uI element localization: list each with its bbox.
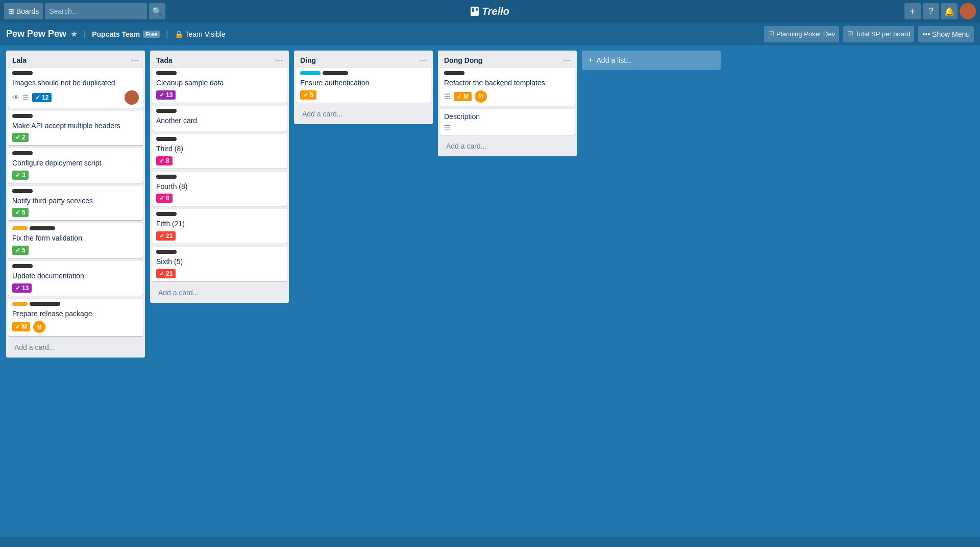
- card[interactable]: Ensure authentication✓5: [296, 68, 431, 103]
- add-button[interactable]: +: [904, 3, 921, 19]
- add-card-button[interactable]: Add a card...: [154, 287, 285, 299]
- list-dong-dong: Dong Dong···Refactor the backend templat…: [438, 51, 577, 156]
- notification-button[interactable]: 🔔: [941, 3, 958, 19]
- card[interactable]: Make API accept multiple headers✓2: [8, 111, 143, 146]
- card-labels: [12, 71, 139, 75]
- card[interactable]: Cleanup sample data✓13: [152, 68, 287, 103]
- card-labels: [12, 264, 139, 268]
- board-star-button[interactable]: ★: [70, 29, 78, 39]
- list-footer-dong-dong: Add a card...: [438, 138, 577, 156]
- add-list-button[interactable]: +Add a list...: [582, 51, 721, 70]
- planning-poker-button[interactable]: ☑ Planning Poker Dev: [764, 26, 839, 42]
- card[interactable]: Images should not be duplicated👁☰✓12: [8, 68, 143, 108]
- card-labels: [12, 226, 139, 230]
- list-header-tada: Tada···: [150, 51, 289, 68]
- add-card-button[interactable]: Add a card...: [10, 341, 141, 353]
- story-points-badge: ✓5: [12, 246, 29, 255]
- card[interactable]: Another card: [152, 106, 287, 131]
- card[interactable]: Prepare release package✓MM: [8, 299, 143, 337]
- badge-value: 8: [166, 195, 169, 202]
- card-labels: [12, 189, 139, 193]
- card-title: Fourth (8): [156, 182, 283, 192]
- visibility-label: Team Visible: [185, 30, 226, 38]
- story-points-badge: ✓8: [156, 194, 173, 203]
- card-badges: ✓2: [12, 133, 139, 142]
- board-header: Pew Pew Pew ★ | Pupcats Team Free | 🔒 Te…: [0, 22, 980, 45]
- plugin2-label: Total SP per board: [855, 30, 910, 38]
- card-badges: ✓8: [156, 156, 283, 165]
- card-label: [156, 212, 177, 216]
- card-labels: [444, 71, 571, 75]
- badge-icon: ✓: [159, 232, 164, 240]
- story-points-badge: ✓13: [12, 283, 32, 293]
- list-cards-ding: Ensure authentication✓5: [294, 68, 433, 106]
- story-points-badge: ✓2: [12, 133, 29, 142]
- description-icon: ☰: [444, 124, 451, 132]
- list-menu-btn-ding[interactable]: ···: [417, 55, 429, 66]
- card-label: [12, 189, 33, 193]
- badge-value: 12: [42, 94, 48, 101]
- list-icon: ☰: [444, 92, 451, 101]
- badge-icon: ✓: [159, 157, 164, 164]
- add-card-button[interactable]: Add a card...: [298, 108, 429, 120]
- card-labels: [156, 137, 283, 141]
- card[interactable]: Update documentation✓13: [8, 261, 143, 296]
- list-footer-ding: Add a card...: [294, 106, 433, 124]
- badge-icon: ✓: [457, 93, 462, 100]
- top-navigation: ⊞ Boards 🔍 Trello + ? 🔔: [0, 0, 980, 22]
- add-card-button[interactable]: Add a card...: [442, 140, 573, 152]
- card-badges: ✓5: [12, 246, 139, 255]
- card-label: [156, 137, 177, 141]
- card-label: [30, 302, 60, 306]
- list-cards-lala: Images should not be duplicated👁☰✓12Make…: [6, 68, 145, 339]
- card-label: [12, 226, 28, 230]
- card[interactable]: Description☰: [440, 109, 575, 135]
- show-menu-button[interactable]: ••• Show Menu: [918, 26, 974, 42]
- list-title-ding: Ding: [298, 55, 417, 65]
- card-label: [12, 71, 33, 75]
- badge-icon: ✓: [15, 209, 20, 216]
- board-divider: |: [84, 30, 86, 39]
- board-visibility: 🔒 Team Visible: [175, 30, 226, 38]
- story-points-badge: ✓M: [454, 92, 472, 101]
- nav-right: + ? 🔔: [904, 3, 976, 19]
- card-title: Images should not be duplicated: [12, 78, 139, 88]
- card[interactable]: Third (8)✓8: [152, 134, 287, 169]
- user-avatar[interactable]: [960, 3, 976, 19]
- card[interactable]: Fix the form validation✓5: [8, 223, 143, 258]
- list-menu-btn-tada[interactable]: ···: [273, 55, 285, 66]
- card[interactable]: Refactor the backend templates☰✓MM: [440, 68, 575, 106]
- search-icon-btn[interactable]: 🔍: [149, 3, 165, 19]
- card[interactable]: Configure deployment script✓3: [8, 148, 143, 183]
- card-title: Update documentation: [12, 271, 139, 281]
- card-badges: ✓3: [12, 171, 139, 180]
- total-sp-button[interactable]: ☑ Total SP per board: [843, 26, 914, 42]
- card-labels: [156, 250, 283, 254]
- card-title: Ensure authentication: [300, 78, 427, 88]
- card[interactable]: Sixth (5)✓21: [152, 247, 287, 281]
- list-header-dong-dong: Dong Dong···: [438, 51, 577, 68]
- card[interactable]: Notify third-party services✓5: [8, 186, 143, 221]
- card-label: [156, 109, 177, 113]
- bottom-scrollbar[interactable]: [0, 537, 980, 547]
- badge-icon: ✓: [159, 270, 164, 277]
- story-points-badge: ✓M: [12, 322, 30, 331]
- boards-button[interactable]: ⊞ Boards: [4, 3, 43, 19]
- card-title: Fifth (21): [156, 219, 283, 229]
- card[interactable]: Fifth (21)✓21: [152, 209, 287, 244]
- badge-value: 5: [22, 209, 26, 216]
- info-button[interactable]: ?: [923, 3, 939, 19]
- badge-icon: ✓: [35, 94, 40, 101]
- card[interactable]: Fourth (8)✓8: [152, 172, 287, 206]
- add-list-label: Add a list...: [597, 56, 632, 64]
- list-icon: ☰: [22, 93, 29, 102]
- card-badges: ✓8: [156, 194, 283, 203]
- visibility-icon: 🔒: [175, 30, 183, 38]
- card-labels: [12, 151, 139, 155]
- card-labels: [156, 109, 283, 113]
- plugin1-label: Planning Poker Dev: [776, 30, 835, 38]
- list-menu-btn-lala[interactable]: ···: [129, 55, 141, 66]
- card-labels: [156, 212, 283, 216]
- list-menu-btn-dong-dong[interactable]: ···: [561, 55, 573, 66]
- search-input[interactable]: [45, 3, 147, 19]
